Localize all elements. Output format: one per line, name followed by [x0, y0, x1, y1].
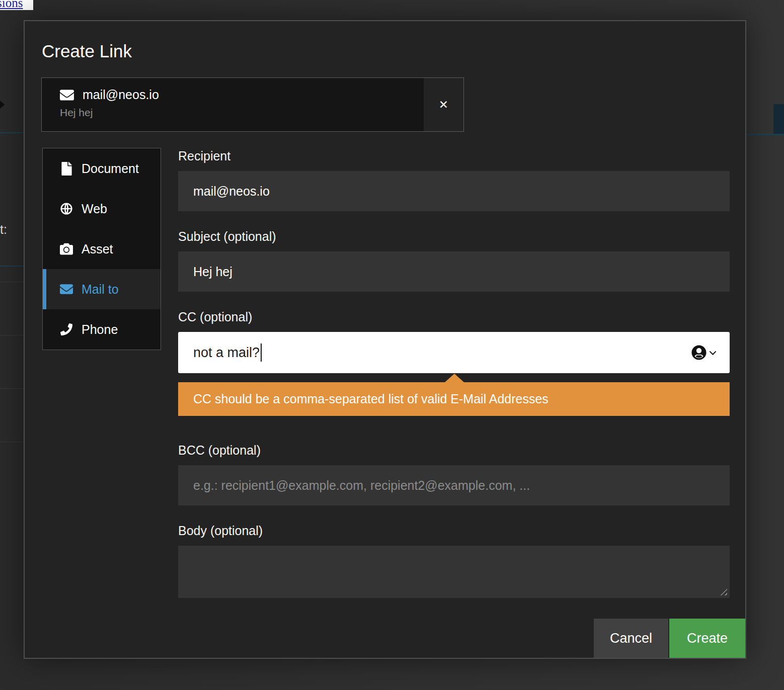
create-button[interactable]: Create: [669, 619, 745, 658]
background-row-divider: [0, 282, 24, 282]
preview-value: mail@neos.io: [83, 88, 159, 102]
remove-link-button[interactable]: ✕: [424, 78, 463, 131]
tab-label: Web: [82, 202, 107, 216]
cc-suggestions-toggle[interactable]: [691, 345, 718, 360]
tab-phone[interactable]: Phone: [43, 309, 161, 350]
body-label: Body (optional): [178, 524, 730, 538]
create-link-dialog: Create Link mail@neos.io Hej hej ✕ Docum…: [24, 20, 746, 659]
link-preview-main: mail@neos.io Hej hej: [42, 78, 424, 131]
warning-text: CC should be a comma-separated list of v…: [193, 392, 548, 406]
phone-icon: [60, 323, 73, 335]
cancel-button[interactable]: Cancel: [594, 619, 668, 658]
tab-label: Asset: [82, 242, 113, 256]
background-divider: [0, 266, 24, 267]
background-partial-label: t:: [0, 222, 7, 237]
close-icon: ✕: [439, 98, 448, 112]
tab-label: Mail to: [82, 282, 119, 297]
cc-input[interactable]: not a mail?: [178, 332, 730, 373]
collapse-arrow-icon: [0, 101, 5, 109]
tab-document[interactable]: Document: [43, 148, 161, 189]
user-circle-icon: [691, 345, 707, 360]
link-type-sidebar: Document Web Asset Mail to Phone: [42, 148, 161, 350]
globe-icon: [60, 202, 73, 215]
background-tab-fragment: [773, 104, 784, 135]
tab-label: Document: [82, 161, 139, 176]
background-divider: [746, 134, 784, 135]
subject-label: Subject (optional): [178, 229, 730, 244]
chevron-down-icon: [708, 348, 718, 358]
background-row-divider: [0, 388, 24, 389]
recipient-label: Recipient: [178, 149, 730, 163]
background-row-divider: [0, 442, 24, 442]
bcc-input[interactable]: [178, 465, 730, 505]
cc-label: CC (optional): [178, 310, 730, 324]
envelope-icon: [60, 88, 74, 102]
preview-subtitle: Hej hej: [60, 107, 424, 119]
camera-icon: [60, 242, 73, 255]
versions-link[interactable]: sions: [0, 0, 23, 10]
cc-value: not a mail?: [193, 345, 260, 361]
link-preview: mail@neos.io Hej hej ✕: [41, 77, 464, 132]
envelope-icon: [60, 283, 73, 296]
body-textarea[interactable]: [178, 546, 730, 598]
cc-validation-warning: CC should be a comma-separated list of v…: [178, 382, 730, 416]
dialog-title: Create Link: [42, 41, 132, 61]
tab-label: Phone: [82, 322, 118, 337]
tab-web[interactable]: Web: [43, 189, 161, 229]
text-caret: [261, 343, 262, 362]
background-divider: [0, 132, 24, 133]
recipient-input[interactable]: [178, 171, 730, 211]
background-page-corner: sions: [0, 0, 33, 10]
tab-asset[interactable]: Asset: [43, 229, 161, 269]
bcc-label: BCC (optional): [178, 443, 730, 458]
tab-mail-to[interactable]: Mail to: [43, 269, 161, 309]
file-icon: [60, 162, 73, 176]
background-row-divider: [0, 335, 24, 335]
subject-input[interactable]: [178, 251, 730, 292]
